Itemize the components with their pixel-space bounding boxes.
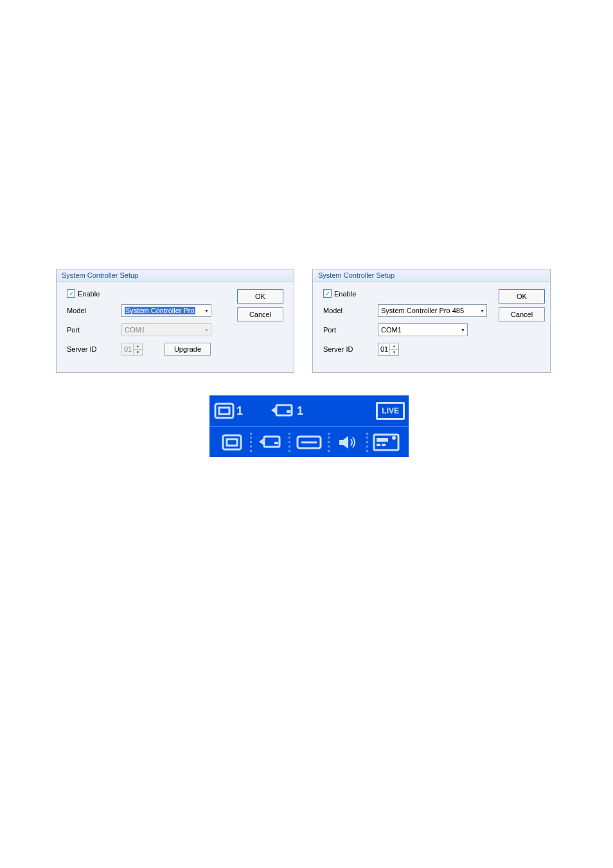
cancel-button[interactable]: Cancel [237, 307, 283, 321]
model-value: System Controller Pro 485 [381, 307, 464, 314]
camera-icon [258, 434, 283, 451]
upgrade-button[interactable]: Upgrade [164, 343, 211, 356]
server-id-spinner: 01 ▲ ▼ [121, 343, 143, 356]
monitor-number: 1 [236, 404, 243, 418]
port-dropdown[interactable]: COM1 ▼ [378, 323, 468, 336]
dialog-title: System Controller Setup [57, 269, 294, 282]
monitor-icon [213, 402, 235, 420]
lcd-panel: 1 1 LIVE [209, 395, 409, 457]
enable-checkbox[interactable]: ✓ [323, 289, 332, 298]
server-id-label: Server ID [67, 345, 121, 353]
spinner-up-icon[interactable]: ▲ [390, 343, 398, 350]
camera-icon [270, 402, 296, 419]
chevron-down-icon: ▼ [480, 309, 484, 313]
server-id-value: 01 [380, 345, 388, 353]
chevron-down-icon: ▼ [461, 328, 465, 332]
svg-rect-11 [377, 438, 388, 442]
svg-rect-3 [287, 410, 290, 413]
keyboard-icon [296, 435, 322, 449]
ok-button[interactable]: OK [237, 289, 283, 303]
enable-label: Enable [334, 290, 356, 298]
enable-checkbox[interactable]: ✓ [67, 289, 75, 298]
server-id-label: Server ID [323, 345, 378, 353]
port-label: Port [323, 326, 378, 334]
model-label: Model [323, 307, 378, 314]
svg-rect-1 [219, 408, 229, 414]
spinner-down-icon: ▼ [134, 350, 142, 356]
server-id-value: 01 [124, 345, 132, 353]
svg-rect-12 [377, 444, 380, 446]
camera-number: 1 [297, 404, 303, 418]
spinner-down-icon[interactable]: ▼ [390, 350, 398, 356]
svg-rect-7 [274, 442, 278, 444]
port-label: Port [67, 326, 121, 334]
svg-rect-4 [223, 435, 241, 449]
svg-point-14 [392, 436, 396, 440]
speaker-icon [338, 434, 357, 451]
enable-label: Enable [78, 290, 100, 298]
svg-rect-0 [215, 404, 233, 418]
cancel-button[interactable]: Cancel [499, 307, 545, 321]
monitor-icon [221, 433, 243, 451]
port-value: COM1 [125, 326, 145, 334]
svg-rect-5 [227, 439, 237, 446]
model-label: Model [67, 307, 121, 314]
dialog-title: System Controller Setup [313, 269, 550, 282]
port-value: COM1 [381, 326, 402, 334]
ok-button[interactable]: OK [499, 289, 545, 303]
chevron-down-icon: ▼ [204, 309, 209, 313]
lcd-camera-indicator: 1 [270, 402, 303, 419]
model-value: System Controller Pro [125, 307, 195, 314]
svg-rect-13 [382, 444, 386, 446]
calendar-icon [373, 433, 400, 451]
dialog-system-controller-setup-left: System Controller Setup ✓ Enable Model S… [56, 269, 294, 373]
port-dropdown: COM1 ▼ [121, 323, 211, 336]
model-dropdown[interactable]: System Controller Pro ▼ [121, 304, 211, 317]
lcd-monitor-indicator: 1 [213, 402, 243, 420]
server-id-spinner[interactable]: 01 ▲ ▼ [378, 343, 399, 356]
lcd-status: LIVE [376, 402, 405, 420]
live-badge: LIVE [376, 402, 405, 420]
spinner-up-icon: ▲ [134, 343, 142, 350]
dialog-system-controller-setup-right: System Controller Setup ✓ Enable Model S… [312, 269, 551, 373]
model-dropdown[interactable]: System Controller Pro 485 ▼ [378, 304, 487, 317]
chevron-down-icon: ▼ [204, 328, 209, 332]
